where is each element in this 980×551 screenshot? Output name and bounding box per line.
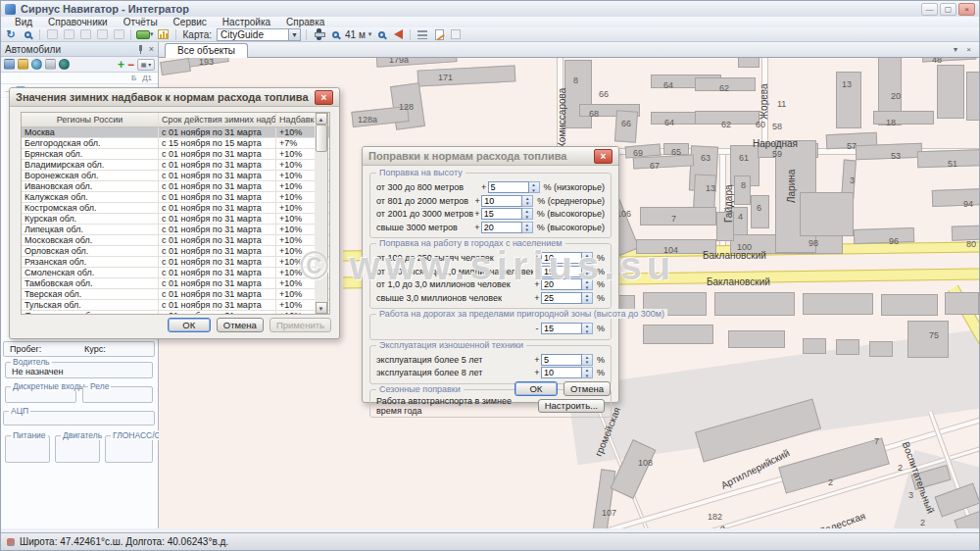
menu-item-1[interactable]: Справочники bbox=[40, 17, 116, 27]
spinner-buttons[interactable]: ▲▼ bbox=[582, 266, 593, 277]
winter-table-row[interactable]: Владимирская обл.с 01 ноября по 31 марта… bbox=[22, 160, 329, 171]
spinner-buttons[interactable]: ▲▼ bbox=[582, 354, 593, 366]
zoom-level[interactable]: 41 м bbox=[345, 29, 366, 40]
minimize-button[interactable]: — bbox=[921, 3, 938, 16]
winter-table-row[interactable]: Липецкая обл.с 01 ноября по 31 марта+10% bbox=[22, 225, 329, 235]
spinner-buttons[interactable]: ▲▼ bbox=[582, 292, 593, 304]
winter-close-icon[interactable]: × bbox=[315, 90, 333, 105]
menu-item-5[interactable]: Справка bbox=[278, 17, 332, 27]
spinner-buttons[interactable]: ▲▼ bbox=[522, 222, 533, 233]
winter-table-scrollbar[interactable]: ▲ ▼ bbox=[315, 112, 328, 315]
street-name-label: Баклановский bbox=[707, 276, 770, 287]
globe-icon[interactable] bbox=[59, 59, 70, 70]
chevron-down-icon[interactable]: ▼ bbox=[288, 29, 300, 40]
winter-ok-button[interactable]: ОК bbox=[168, 318, 211, 332]
scale-slider-icon[interactable] bbox=[312, 28, 325, 41]
spin-input[interactable] bbox=[481, 222, 522, 233]
winter-table-row[interactable]: Ярославская обл.с 01 ноября по 31 марта+… bbox=[22, 311, 329, 314]
winter-cell: +10% bbox=[276, 278, 316, 288]
spin-input[interactable] bbox=[541, 252, 582, 264]
chart-icon[interactable] bbox=[157, 28, 171, 41]
winter-table-row[interactable]: Воронежская обл.с 01 ноября по 31 марта+… bbox=[22, 171, 329, 181]
house-number-label: 104 bbox=[663, 245, 678, 255]
view-dropdown[interactable]: ▦ ▾ bbox=[137, 59, 155, 71]
winter-table-row[interactable]: Москвас 01 ноября по 31 марта+10% bbox=[22, 127, 329, 138]
scroll-down-icon[interactable]: ▼ bbox=[316, 302, 327, 314]
remove-vehicle-button[interactable]: − bbox=[127, 60, 134, 70]
vehicle-track-icon[interactable]: ▾ bbox=[136, 28, 154, 41]
scroll-up-icon[interactable]: ▲ bbox=[316, 113, 327, 125]
spinner-buttons[interactable]: ▲▼ bbox=[582, 367, 593, 378]
tab-close-icon[interactable]: × bbox=[966, 45, 971, 54]
scroll-thumb[interactable] bbox=[316, 125, 327, 152]
winter-table-row[interactable]: Ивановская обл.с 01 ноября по 31 марта+1… bbox=[22, 181, 329, 192]
photo-icon[interactable] bbox=[45, 59, 56, 70]
winter-table-row[interactable]: Костромская обл.с 01 ноября по 31 марта+… bbox=[22, 203, 329, 214]
pin-icon[interactable] bbox=[136, 45, 145, 54]
tab-all-objects[interactable]: Все объекты bbox=[165, 43, 248, 58]
winter-cell: с 01 ноября по 31 марта bbox=[159, 171, 276, 180]
spinner-buttons[interactable]: ▲▼ bbox=[582, 278, 593, 290]
menu-item-0[interactable]: Вид bbox=[7, 17, 40, 27]
winter-table-row[interactable]: Рязанская обл.с 01 ноября по 31 марта+10… bbox=[22, 257, 329, 268]
correction-group-2: Работа на дорогах за пределами пригородн… bbox=[369, 314, 612, 340]
map-select[interactable]: CityGuide ▼ bbox=[217, 28, 301, 41]
winter-table-row[interactable]: Тамбовская обл.с 01 ноября по 31 марта+1… bbox=[22, 278, 329, 289]
corrections-close-icon[interactable]: × bbox=[594, 149, 612, 164]
list-icon[interactable] bbox=[416, 28, 429, 41]
spin-row-suffix: % bbox=[597, 253, 605, 263]
spin-input[interactable] bbox=[541, 292, 582, 304]
spin-input[interactable] bbox=[541, 266, 582, 277]
spin-input[interactable] bbox=[481, 195, 522, 207]
panel-close-icon[interactable]: × bbox=[149, 45, 154, 54]
spin-input[interactable] bbox=[541, 367, 582, 378]
spinner-buttons[interactable]: ▲▼ bbox=[522, 195, 533, 207]
winter-table-row[interactable]: Тверская обл.с 01 ноября по 31 марта+10% bbox=[22, 289, 329, 300]
maximize-button[interactable]: ▢ bbox=[940, 3, 956, 16]
winter-table-row[interactable]: Смоленская обл.с 01 ноября по 31 марта+1… bbox=[22, 268, 329, 278]
spin-row-label: от 1,0 до 3,0 миллионов человек bbox=[376, 279, 533, 289]
spin-input[interactable] bbox=[481, 208, 522, 220]
house-number-label: 193 bbox=[199, 58, 214, 67]
winter-table-row[interactable]: Брянская обл.с 01 ноября по 31 марта+10% bbox=[22, 149, 329, 160]
winter-table-row[interactable]: Калужская обл.с 01 ноября по 31 марта+10… bbox=[22, 192, 329, 203]
spinner-buttons[interactable]: ▲▼ bbox=[582, 323, 593, 334]
search-icon[interactable] bbox=[21, 28, 34, 41]
winter-table-row[interactable]: Орловская обл.с 01 ноября по 31 марта+10… bbox=[22, 246, 329, 257]
edit-vehicle-icon[interactable] bbox=[18, 59, 28, 70]
spin-input[interactable] bbox=[488, 181, 529, 193]
winter-cancel-button[interactable]: Отмена bbox=[217, 318, 264, 332]
tab-dropdown-icon[interactable]: ▾ bbox=[954, 45, 957, 54]
winter-table-row[interactable]: Московская обл.с 01 ноября по 31 марта+1… bbox=[22, 235, 329, 246]
corrections-cancel-button[interactable]: Отмена bbox=[564, 381, 611, 396]
spinner-buttons[interactable]: ▲▼ bbox=[582, 252, 593, 264]
winter-dialog-titlebar: Значения зимних надбавок к нормам расход… bbox=[10, 88, 339, 107]
winter-table-row[interactable]: Курская обл.с 01 ноября по 31 марта+10% bbox=[22, 214, 329, 225]
menu-item-4[interactable]: Настройка bbox=[215, 17, 278, 27]
show-on-map-icon[interactable] bbox=[31, 59, 42, 70]
season-row: Работа автотранспорта в зимнее время год… bbox=[376, 398, 605, 414]
refresh-icon[interactable]: ↻ bbox=[4, 28, 18, 41]
winter-table-row[interactable]: Белгородская обл.с 15 ноября по 15 марта… bbox=[22, 138, 329, 149]
go-home-icon[interactable] bbox=[391, 28, 405, 41]
winter-cell: Брянская обл. bbox=[22, 149, 159, 159]
corrections-ok-button[interactable]: ОК bbox=[514, 381, 558, 396]
zoom-caret-icon[interactable]: ▾ bbox=[368, 30, 372, 38]
find-vehicle-icon[interactable] bbox=[4, 59, 15, 70]
spin-input[interactable] bbox=[541, 354, 582, 366]
compose-icon[interactable] bbox=[432, 28, 446, 41]
spinner-buttons[interactable]: ▲▼ bbox=[529, 181, 540, 193]
close-button[interactable]: × bbox=[958, 3, 975, 16]
winter-table-row[interactable]: Тульская обл.с 01 ноября по 31 марта+10% bbox=[22, 300, 329, 311]
zoom-out-icon[interactable] bbox=[374, 28, 388, 41]
spin-input[interactable] bbox=[541, 278, 582, 290]
zoom-in-icon[interactable] bbox=[328, 28, 342, 41]
configure-button[interactable]: Настроить... bbox=[538, 399, 605, 413]
menu-item-2[interactable]: Отчёты bbox=[116, 17, 166, 27]
menu-item-3[interactable]: Сервис bbox=[166, 17, 215, 27]
spin-input[interactable] bbox=[541, 323, 582, 334]
add-vehicle-button[interactable]: + bbox=[118, 60, 124, 70]
spinner-buttons[interactable]: ▲▼ bbox=[522, 208, 533, 220]
correction-group-0: Поправка на высотуот 300 до 800 метров+▲… bbox=[369, 173, 612, 238]
house-number-label: 107 bbox=[602, 508, 616, 518]
